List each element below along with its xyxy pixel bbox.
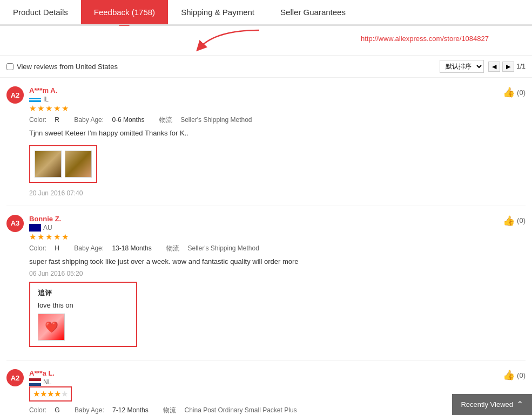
review-header: A2 A***a L. NL 👍 (0) (6, 369, 526, 386)
star-1: ★ (29, 232, 36, 242)
star-1: ★ (29, 104, 36, 113)
next-page-button[interactable]: ▶ (502, 62, 514, 72)
page-nav: ◀ ▶ 1/1 (488, 62, 526, 72)
review-meta: Color: G Baby Age: 7-12 Months 物流 China … (29, 406, 526, 415)
review-content: ★ ★ ★ ★ ★ Color: G Baby Age: 7-12 Months… (29, 386, 526, 415)
avatar: A2 (6, 369, 24, 386)
review-text: Tjnn sweet Keteer I'm happy omitted Than… (29, 128, 526, 139)
recently-viewed-label: Recently Viewed (461, 400, 513, 409)
review-date: 06 Jun 2016 05:20 (29, 270, 526, 277)
shipping-method: Seller's Shipping Method (187, 244, 259, 252)
reviewer-info: A***m A. IL (29, 86, 497, 103)
baby-age-label: Baby Age: 0-6 Months (74, 116, 151, 124)
baby-age-label: Baby Age: 7-12 Months (75, 406, 155, 414)
star-rating-box: ★ ★ ★ ★ ★ (29, 386, 72, 402)
star-4: ★ (53, 104, 60, 113)
review-images-box (29, 145, 97, 183)
review-meta: Color: H Baby Age: 13-18 Months 物流 Selle… (29, 244, 526, 253)
review-content: ★ ★ ★ ★ ★ Color: H Baby Age: 13-18 Month… (29, 232, 526, 352)
like-section: 👍 (0) (503, 215, 526, 227)
baby-age-label: Baby Age: 13-18 Months (74, 244, 158, 252)
red-arrow-annotation (119, 26, 281, 56)
avatar: A2 (6, 86, 24, 104)
star-4: ★ (53, 232, 60, 242)
country-code: IL (43, 96, 49, 103)
color-label: Color: G (29, 406, 66, 414)
reviews-container: A2 A***m A. IL 👍 (0) ★ ★ ★ ★ ★ (0, 78, 532, 415)
review-meta: Color: R Baby Age: 0-6 Months 物流 Seller'… (29, 115, 526, 125)
flag-nl-icon (29, 378, 41, 386)
page-info: 1/1 (516, 63, 526, 70)
us-reviews-label: View reviews from United States (17, 63, 118, 71)
like-count: (0) (517, 216, 526, 224)
prev-page-button[interactable]: ◀ (488, 62, 500, 72)
sort-dropdown[interactable]: 默认排序 (440, 60, 484, 73)
table-row: A2 A***m A. IL 👍 (0) ★ ★ ★ ★ ★ (6, 78, 526, 206)
tab-product-details[interactable]: Product Details (0, 0, 81, 24)
reviewer-info: A***a L. NL (29, 369, 497, 386)
thumbs-up-icon[interactable]: 👍 (503, 86, 515, 98)
annotation-url: http://www.aliexpress.com/store/1084827 (361, 35, 489, 43)
tab-shipping-payment[interactable]: Shipping & Payment (168, 0, 267, 24)
annotation-row: http://www.aliexpress.com/store/1084827 (0, 26, 532, 56)
star-3: ★ (47, 389, 54, 399)
shipping-method: Seller's Shipping Method (180, 116, 252, 124)
tab-feedback[interactable]: Feedback (1758) (81, 0, 168, 24)
tabs-bar: Product Details Feedback (1758) Shipping… (0, 0, 532, 26)
review-header: A3 Bonnie Z. AU 👍 (0) (6, 215, 526, 232)
filter-right: 默认排序 ◀ ▶ 1/1 (440, 60, 526, 73)
avatar: A3 (6, 215, 24, 232)
reviewer-info: Bonnie Z. AU (29, 215, 497, 232)
review-content: ★ ★ ★ ★ ★ Color: R Baby Age: 0-6 Months … (29, 104, 526, 197)
thumbs-up-icon[interactable]: 👍 (503, 369, 515, 381)
country-flag: IL (29, 96, 497, 103)
additional-review-box: 追评 love this on ❤️ (29, 282, 137, 347)
color-label: Color: R (29, 116, 66, 124)
chevron-up-icon: ⌃ (516, 399, 523, 410)
reviewer-name: A***a L. (29, 369, 55, 377)
us-reviews-checkbox[interactable] (6, 63, 14, 70)
star-2: ★ (37, 104, 44, 113)
like-count: (0) (517, 371, 526, 379)
table-row: A3 Bonnie Z. AU 👍 (0) ★ ★ ★ ★ ★ (6, 206, 526, 361)
additional-label: 追评 (38, 288, 129, 298)
recently-viewed-button[interactable]: Recently Viewed ⌃ (452, 394, 532, 415)
country-code: AU (43, 224, 52, 232)
star-rating: ★ ★ ★ ★ ★ (29, 232, 526, 242)
additional-text: love this on (38, 301, 129, 309)
review-text: super fast shipping took like just over … (29, 256, 526, 267)
star-1: ★ (33, 389, 40, 399)
country-flag: NL (29, 378, 497, 386)
table-row: A2 A***a L. NL 👍 (0) ★ ★ ★ ★ ★ (6, 360, 526, 415)
flag-au-icon (29, 224, 41, 232)
review-image-2[interactable] (65, 151, 92, 178)
tab-seller-guarantees[interactable]: Seller Guarantees (267, 0, 359, 24)
shipping-method: China Post Ordinary Small Packet Plus (184, 406, 297, 414)
star-4: ★ (54, 389, 61, 399)
review-image-1[interactable] (35, 151, 62, 178)
country-flag: AU (29, 224, 497, 232)
review-date: 20 Jun 2016 07:40 (29, 189, 526, 197)
like-section: 👍 (0) (503, 369, 526, 381)
filter-left: View reviews from United States (6, 63, 118, 71)
star-2: ★ (40, 389, 47, 399)
star-5: ★ (61, 389, 68, 399)
color-label: Color: H (29, 244, 66, 252)
reviewer-name: A***m A. (29, 86, 57, 94)
star-rating: ★ ★ ★ ★ ★ (29, 104, 526, 113)
star-3: ★ (45, 104, 52, 113)
thumbs-up-icon[interactable]: 👍 (503, 215, 515, 227)
star-2: ★ (37, 232, 44, 242)
logistics-label: 物流 (166, 244, 179, 252)
country-code: NL (43, 378, 51, 386)
star-5: ★ (62, 104, 69, 113)
flag-il-icon (29, 96, 41, 103)
additional-image-1[interactable]: ❤️ (38, 314, 65, 341)
review-header: A2 A***m A. IL 👍 (0) (6, 86, 526, 104)
additional-images: ❤️ (38, 314, 129, 341)
logistics-label: 物流 (163, 406, 176, 414)
star-3: ★ (45, 232, 52, 242)
logistics-label: 物流 (159, 116, 172, 124)
like-section: 👍 (0) (503, 86, 526, 98)
star-5: ★ (62, 232, 69, 242)
